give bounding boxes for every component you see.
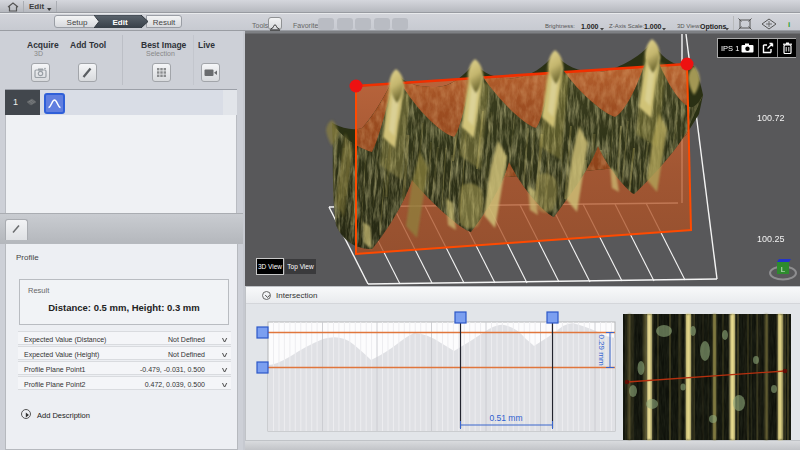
svg-text:0.29 mm: 0.29 mm bbox=[597, 334, 606, 365]
svg-text:100.25: 100.25 bbox=[757, 234, 785, 244]
svg-text:Edit: Edit bbox=[112, 18, 127, 27]
svg-text:0.51 mm: 0.51 mm bbox=[489, 413, 522, 423]
svg-text:100.72: 100.72 bbox=[757, 113, 785, 123]
svg-text:L: L bbox=[781, 265, 786, 274]
